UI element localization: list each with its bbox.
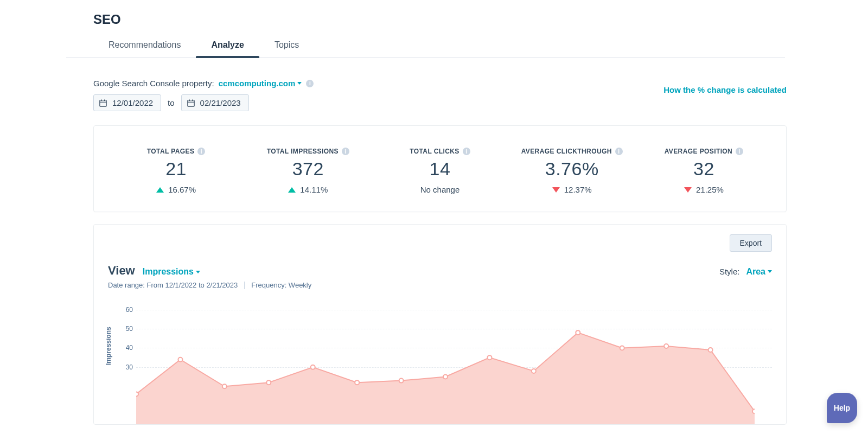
calendar-icon	[187, 99, 195, 107]
data-point[interactable]	[399, 379, 404, 383]
separator	[244, 282, 245, 289]
metric-value: 372	[242, 158, 374, 180]
metric-change-text: No change	[420, 185, 460, 194]
metric-3: AVERAGE CLICKTHROUGHi3.76%12.37%	[506, 148, 638, 194]
data-point[interactable]	[664, 344, 668, 348]
metric-value: 21	[110, 158, 242, 180]
date-from-picker[interactable]: 12/01/2022	[93, 94, 161, 111]
metric-label: AVERAGE CLICKTHROUGHi	[506, 148, 638, 155]
export-button[interactable]: Export	[730, 234, 772, 252]
info-icon[interactable]: i	[736, 148, 743, 155]
info-icon[interactable]: i	[306, 80, 314, 87]
view-metric-text: Impressions	[143, 267, 194, 277]
metric-label: AVERAGE POSITIONi	[638, 148, 770, 155]
date-to-picker[interactable]: 02/21/2023	[181, 94, 249, 111]
metric-label: TOTAL IMPRESSIONSi	[242, 148, 374, 155]
chart-card: Export View Impressions Style: Area	[93, 224, 787, 425]
arrow-up-icon	[288, 187, 296, 193]
tabs: RecommendationsAnalyzeTopics	[66, 35, 785, 58]
metric-0: TOTAL PAGESi2116.67%	[110, 148, 242, 194]
metric-change: 21.25%	[638, 185, 770, 194]
tab-recommendations[interactable]: Recommendations	[93, 35, 196, 58]
data-point[interactable]	[576, 330, 580, 335]
svg-rect-4	[187, 100, 194, 106]
metric-change-text: 12.37%	[564, 185, 592, 194]
view-metric-dropdown[interactable]: Impressions	[143, 267, 200, 277]
metric-change-text: 16.67%	[168, 185, 196, 194]
chart-area: Impressions 30405060	[108, 300, 772, 425]
metric-change: 14.11%	[242, 185, 374, 194]
chevron-down-icon	[196, 271, 200, 273]
data-point[interactable]	[178, 358, 182, 362]
date-to-text: 02/21/2023	[200, 98, 241, 107]
data-point[interactable]	[355, 380, 359, 385]
metric-label-text: TOTAL PAGES	[147, 148, 195, 155]
date-to-label: to	[168, 98, 175, 107]
data-point[interactable]	[532, 369, 536, 373]
chart-frequency: Frequency: Weekly	[251, 281, 311, 289]
data-point[interactable]	[709, 348, 713, 352]
info-icon[interactable]: i	[342, 148, 349, 155]
style-text: Area	[746, 267, 765, 277]
style-dropdown[interactable]: Area	[746, 267, 772, 277]
y-tick: 40	[120, 344, 133, 352]
metric-label: TOTAL CLICKSi	[374, 148, 506, 155]
view-title: View	[108, 264, 135, 278]
data-point[interactable]	[136, 392, 138, 396]
chart-date-range: Date range: From 12/1/2022 to 2/21/2023	[108, 281, 238, 289]
gsc-property-dropdown[interactable]: ccmcomputing.com	[219, 79, 302, 88]
data-point[interactable]	[311, 365, 315, 369]
info-icon[interactable]: i	[615, 148, 623, 155]
metric-label-text: AVERAGE POSITION	[665, 148, 733, 155]
info-icon[interactable]: i	[463, 148, 470, 155]
data-point[interactable]	[443, 375, 448, 379]
metric-value: 3.76%	[506, 158, 638, 180]
metric-label-text: AVERAGE CLICKTHROUGH	[521, 148, 612, 155]
metric-1: TOTAL IMPRESSIONSi37214.11%	[242, 148, 374, 194]
svg-rect-0	[100, 100, 106, 106]
metric-4: AVERAGE POSITIONi3221.25%	[638, 148, 770, 194]
data-point[interactable]	[620, 346, 624, 350]
gsc-label: Google Search Console property:	[93, 79, 214, 88]
metric-label-text: TOTAL CLICKS	[410, 148, 459, 155]
help-button[interactable]: Help	[827, 393, 857, 423]
metric-change: 16.67%	[110, 185, 242, 194]
y-axis-label: Impressions	[105, 327, 112, 365]
page-title: SEO	[93, 12, 868, 27]
metric-label: TOTAL PAGESi	[110, 148, 242, 155]
data-point[interactable]	[222, 384, 227, 388]
metric-value: 32	[638, 158, 770, 180]
arrow-up-icon	[156, 187, 164, 193]
how-change-link[interactable]: How the % change is calculated	[663, 85, 787, 94]
metrics-card: TOTAL PAGESi2116.67%TOTAL IMPRESSIONSi37…	[93, 125, 787, 212]
metric-value: 14	[374, 158, 506, 180]
metric-label-text: TOTAL IMPRESSIONS	[267, 148, 339, 155]
data-point[interactable]	[487, 355, 492, 360]
y-tick: 50	[120, 325, 133, 333]
metric-change-text: 21.25%	[696, 185, 724, 194]
arrow-down-icon	[684, 187, 692, 193]
calendar-icon	[99, 99, 107, 107]
data-point[interactable]	[752, 409, 755, 413]
y-tick: 30	[120, 363, 133, 371]
style-label: Style:	[719, 267, 740, 276]
chevron-down-icon	[297, 82, 302, 85]
metric-change: No change	[374, 185, 506, 194]
metric-2: TOTAL CLICKSi14No change	[374, 148, 506, 194]
gsc-property-text: ccmcomputing.com	[219, 79, 296, 88]
y-tick: 60	[120, 306, 133, 314]
chevron-down-icon	[768, 270, 772, 273]
arrow-down-icon	[552, 187, 560, 193]
metric-change-text: 14.11%	[300, 185, 328, 194]
tab-topics[interactable]: Topics	[259, 35, 314, 58]
date-from-text: 12/01/2022	[112, 98, 153, 107]
info-icon[interactable]: i	[197, 148, 205, 155]
impressions-chart	[136, 300, 755, 425]
data-point[interactable]	[266, 380, 271, 385]
metric-change: 12.37%	[506, 185, 638, 194]
tab-analyze[interactable]: Analyze	[196, 35, 259, 58]
